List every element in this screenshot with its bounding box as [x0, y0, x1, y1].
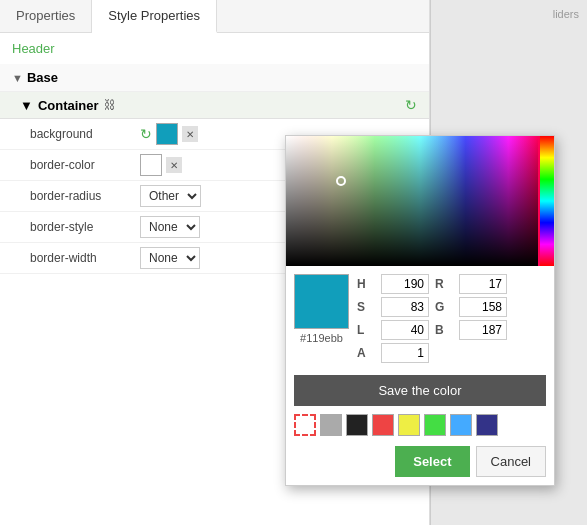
- swatch-gray[interactable]: [320, 414, 342, 436]
- g-input[interactable]: [459, 297, 507, 317]
- select-button[interactable]: Select: [395, 446, 469, 477]
- container-arrow-icon: ▼: [20, 98, 33, 113]
- base-section-header: ▼ Base: [0, 64, 429, 92]
- b-input[interactable]: [459, 320, 507, 340]
- swatches-row: [286, 410, 554, 440]
- r-label: R: [435, 277, 455, 291]
- border-color-label: border-color: [30, 158, 140, 172]
- swatch-black[interactable]: [346, 414, 368, 436]
- background-color-swatch[interactable]: [156, 123, 178, 145]
- tabs-bar: Properties Style Properties: [0, 0, 429, 33]
- border-radius-label: border-radius: [30, 189, 140, 203]
- border-style-dropdown[interactable]: None: [140, 216, 200, 238]
- background-label: background: [30, 127, 140, 141]
- tab-style-properties[interactable]: Style Properties: [92, 0, 217, 33]
- border-width-label: border-width: [30, 251, 140, 265]
- background-refresh-icon[interactable]: ↻: [140, 126, 152, 142]
- border-color-close-button[interactable]: ✕: [166, 157, 182, 173]
- s-input[interactable]: [381, 297, 429, 317]
- border-color-swatch[interactable]: [140, 154, 162, 176]
- hue-bar[interactable]: [540, 136, 554, 266]
- s-label: S: [357, 300, 377, 314]
- base-section-title: Base: [27, 70, 58, 85]
- action-row: Select Cancel: [286, 440, 554, 485]
- header-label: Header: [0, 33, 429, 64]
- container-refresh-icon[interactable]: ↻: [405, 97, 417, 113]
- tab-properties[interactable]: Properties: [0, 0, 92, 32]
- swatch-blue-light[interactable]: [450, 414, 472, 436]
- g-label: G: [435, 300, 455, 314]
- swatch-empty[interactable]: [294, 414, 316, 436]
- r-input[interactable]: [459, 274, 507, 294]
- a-label: A: [357, 346, 377, 360]
- cancel-button[interactable]: Cancel: [476, 446, 546, 477]
- swatch-yellow[interactable]: [398, 414, 420, 436]
- border-radius-dropdown[interactable]: Other: [140, 185, 201, 207]
- swatch-blue-dark[interactable]: [476, 414, 498, 436]
- hsl-rgb-grid: H R S G L B A: [357, 274, 509, 363]
- l-label: L: [357, 323, 377, 337]
- color-section: #119ebb H R S G L B A: [286, 266, 554, 371]
- swatch-green[interactable]: [424, 414, 446, 436]
- color-hex: #119ebb: [300, 332, 343, 344]
- color-picker-popup: #119ebb H R S G L B A Save the co: [285, 135, 555, 486]
- swatch-red[interactable]: [372, 414, 394, 436]
- right-panel-label: liders: [431, 0, 587, 28]
- save-color-button[interactable]: Save the color: [294, 375, 546, 406]
- container-title: Container: [38, 98, 99, 113]
- background-close-button[interactable]: ✕: [182, 126, 198, 142]
- a-input[interactable]: [381, 343, 429, 363]
- b-label: B: [435, 323, 455, 337]
- l-input[interactable]: [381, 320, 429, 340]
- border-style-label: border-style: [30, 220, 140, 234]
- container-left: ▼ Container ⛓: [20, 98, 116, 113]
- h-label: H: [357, 277, 377, 291]
- color-preview-large: [294, 274, 349, 329]
- chain-icon: ⛓: [104, 98, 116, 112]
- base-arrow-icon: ▼: [12, 72, 23, 84]
- border-width-dropdown[interactable]: None: [140, 247, 200, 269]
- h-input[interactable]: [381, 274, 429, 294]
- container-subsection-header: ▼ Container ⛓ ↻: [0, 92, 429, 119]
- gradient-canvas[interactable]: [286, 136, 554, 266]
